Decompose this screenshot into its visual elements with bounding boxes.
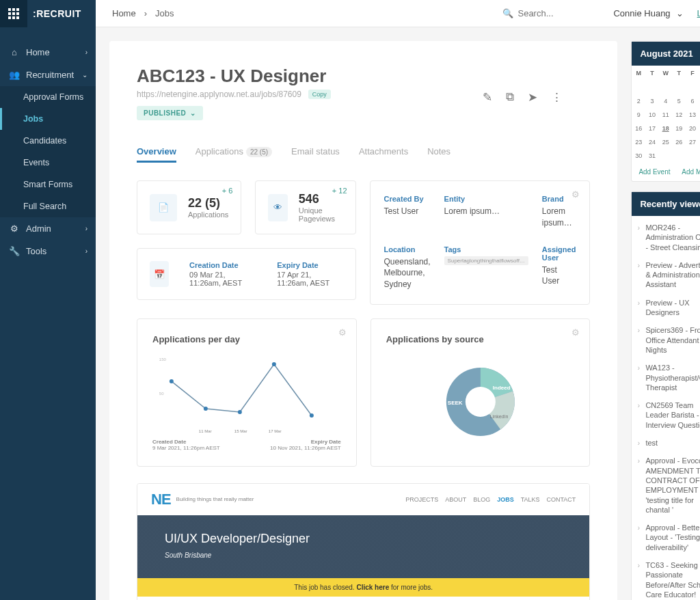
nav-sub-label: Full Search [23, 202, 66, 211]
stat-applications[interactable]: + 6 📄 22 (5) Applications [137, 180, 241, 234]
nav-home[interactable]: ⌂ Home › [0, 41, 96, 64]
search-input[interactable] [517, 8, 600, 18]
cal-day[interactable]: 12 [672, 108, 686, 122]
date-label: Creation Date [189, 261, 256, 269]
more-icon[interactable]: ⋮ [551, 90, 563, 105]
status-label: PUBLISHED [144, 109, 186, 117]
pv-nav-item[interactable]: TALKS [521, 496, 540, 503]
meta-value: Test User [542, 264, 576, 288]
cal-day[interactable]: 25 [659, 135, 673, 149]
tab-overview[interactable]: Overview [137, 141, 176, 162]
nav-smart-forms[interactable]: Smart Forms [0, 174, 96, 195]
recent-item[interactable]: CN2569 Team Leader Barista - Interview Q… [632, 396, 700, 434]
app-grid-icon[interactable] [0, 0, 27, 27]
nav-events[interactable]: Events [0, 152, 96, 174]
date-value: 09 Mar 21, 11:26am, AEST [189, 271, 256, 287]
cal-day [659, 149, 673, 163]
cal-day[interactable]: 31 [645, 149, 659, 163]
recent-item[interactable]: Preview - UX Designers [632, 294, 700, 322]
cal-day[interactable]: 3 [645, 94, 659, 108]
global-search[interactable]: 🔍 [502, 8, 600, 18]
recent-item[interactable]: Spicers369 - Front Office Attendant - Ni… [632, 321, 700, 359]
cal-day[interactable]: 26 [672, 135, 686, 149]
cal-day[interactable]: 16 [632, 122, 645, 135]
page-title: ABC123 - UX Designer [137, 66, 590, 87]
nav-tools[interactable]: 🔧 Tools › [0, 240, 96, 262]
breadcrumb-home[interactable]: Home [112, 8, 136, 18]
cal-day[interactable]: 10 [645, 108, 659, 122]
nav-recruitment[interactable]: 👥 Recruitment ⌄ [0, 64, 96, 86]
tab-notes[interactable]: Notes [427, 141, 450, 162]
primary-nav: ⌂ Home › 👥 Recruitment ⌄ Approval Forms … [0, 27, 96, 262]
recent-item[interactable]: MOR246 - Administration Officer - Street… [632, 219, 700, 256]
tab-label: Attachments [359, 146, 408, 156]
cal-day[interactable]: 11 [659, 108, 673, 122]
copy-url-button[interactable]: Copy [308, 90, 331, 99]
cal-day[interactable]: 5 [672, 94, 686, 108]
cal-day[interactable]: 18 [659, 122, 673, 135]
page-card: ABC123 - UX Designer https://netengine.a… [109, 41, 617, 600]
pv-nav-item[interactable]: PROJECTS [405, 496, 438, 503]
copy-icon[interactable]: ⧉ [506, 90, 514, 105]
cal-day[interactable]: 9 [632, 108, 645, 122]
page-url: https://netengine.applynow.net.au/jobs/8… [137, 90, 301, 99]
add-multiple-link[interactable]: Add Multiple [682, 168, 700, 176]
recent-item[interactable]: Preview - Advertising & Administration A… [632, 256, 700, 294]
axis-label: Expiry Date [270, 439, 341, 445]
gear-icon: ⚙ [8, 223, 21, 234]
nav-tools-label: Tools [26, 246, 46, 256]
tab-attachments[interactable]: Attachments [359, 141, 408, 162]
nav-full-search[interactable]: Full Search [0, 195, 96, 217]
recent-item[interactable]: Approval - Evocca - AMENDMENT TO CONTRAC… [632, 452, 700, 519]
recent-item[interactable]: test [632, 434, 700, 452]
edit-icon[interactable]: ✎ [483, 90, 492, 105]
cal-day[interactable]: 30 [632, 149, 645, 163]
user-name: Connie Huang [613, 8, 670, 18]
stat-pageviews[interactable]: + 12 👁 546 Unique Pageviews [255, 180, 355, 234]
recent-item[interactable]: WA123 - Physiotherapist/Occupational The… [632, 359, 700, 396]
cal-day[interactable]: 6 [686, 94, 699, 108]
people-icon: 👥 [8, 70, 21, 80]
add-event-link[interactable]: Add Event [638, 168, 670, 176]
svg-text:LinkedIn: LinkedIn [490, 414, 509, 419]
pv-nav-item[interactable]: BLOG [473, 496, 490, 503]
recent-item[interactable]: TC63 - Seeking Passionate Before/After S… [632, 556, 700, 600]
pv-nav-item[interactable]: JOBS [497, 496, 514, 503]
recent-item[interactable]: Approval - Better Layout - 'Testing deli… [632, 519, 700, 556]
pv-nav-item[interactable]: CONTACT [547, 496, 576, 503]
cal-day[interactable]: 19 [672, 122, 686, 135]
tab-applications[interactable]: Applications22 (5) [196, 141, 272, 162]
pv-nav-item[interactable]: ABOUT [445, 496, 466, 503]
cal-day[interactable]: 27 [686, 135, 699, 149]
gear-icon[interactable]: ⚙ [571, 189, 580, 200]
nav-candidates[interactable]: Candidates [0, 130, 96, 152]
tab-email-status[interactable]: Email status [291, 141, 340, 162]
preview-logo: NE [151, 491, 171, 508]
cal-day[interactable]: 20 [686, 122, 699, 135]
gear-icon[interactable]: ⚙ [338, 327, 347, 338]
banner-text: for more jobs. [389, 584, 433, 591]
chevron-right-icon: › [85, 247, 88, 255]
chart-applications-per-day: ⚙ Applications per day 150 50 11 Mar [137, 318, 357, 467]
cal-day-head: F [686, 66, 699, 81]
cal-day[interactable]: 13 [686, 108, 699, 122]
nav-admin[interactable]: ⚙ Admin › [0, 217, 96, 240]
cal-day[interactable]: 23 [632, 135, 645, 149]
gear-icon[interactable]: ⚙ [571, 327, 580, 338]
meta-label: Assigned User [542, 245, 576, 262]
cal-day[interactable]: 4 [659, 94, 673, 108]
donut-chart: SEEK Indeed LinkedIn [386, 354, 575, 450]
logout-link[interactable]: Logout [697, 8, 700, 18]
tag-chip[interactable]: Supertaglongthingthatflowsoff… [444, 256, 528, 265]
status-pill[interactable]: PUBLISHED ⌄ [137, 106, 203, 120]
cal-day[interactable]: 17 [645, 122, 659, 135]
cal-day [632, 81, 645, 94]
cal-day[interactable]: 24 [645, 135, 659, 149]
banner-link[interactable]: Click here [356, 584, 389, 591]
cal-day[interactable]: 2 [632, 94, 645, 108]
share-icon[interactable]: ➤ [528, 90, 537, 105]
nav-approval-forms[interactable]: Approval Forms [0, 86, 96, 108]
nav-jobs[interactable]: Jobs [0, 108, 96, 130]
user-menu[interactable]: Connie Huang ⌄ [613, 8, 683, 18]
dates-card: 📅 Creation Date 09 Mar 21, 11:26am, AEST… [137, 248, 356, 300]
